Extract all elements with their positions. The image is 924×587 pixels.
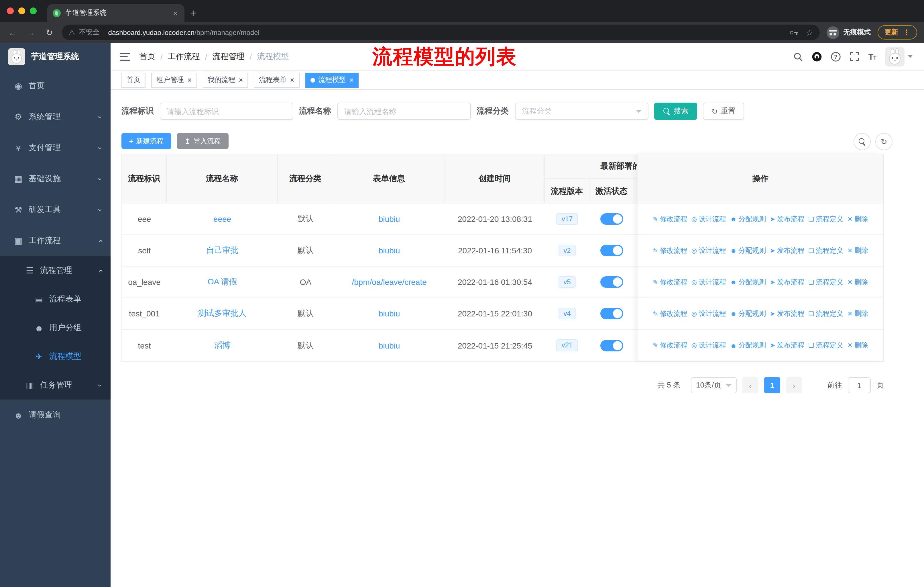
sidebar-item-leave-query[interactable]: ☻请假查询 [0, 400, 111, 430]
action-design-button[interactable]: ◎设计流程 [691, 277, 726, 287]
sidebar-item-system-management[interactable]: ⚙系统管理› [0, 101, 111, 132]
action-publish-button[interactable]: ➤发布流程 [770, 246, 804, 255]
action-assign-rule-button[interactable]: ☻分配规则 [730, 214, 766, 224]
action-delete-button[interactable]: ✕删除 [847, 309, 868, 318]
font-size-icon[interactable]: TT [868, 52, 876, 61]
action-modify-button[interactable]: ✎修改流程 [653, 214, 687, 224]
window-minimize-button[interactable] [18, 7, 25, 14]
password-key-icon[interactable] [790, 28, 799, 37]
forward-icon[interactable]: → [25, 28, 37, 37]
form-info-link[interactable]: biubiu [379, 309, 400, 318]
action-definition-button[interactable]: ❏流程定义 [808, 341, 843, 350]
tag-租户管理[interactable]: 租户管理× [151, 73, 197, 88]
breadcrumb-item[interactable]: 首页 [139, 51, 155, 62]
current-page-button[interactable]: 1 [764, 377, 780, 393]
action-design-button[interactable]: ◎设计流程 [691, 246, 726, 255]
update-button[interactable]: 更新 ⋮ [878, 25, 917, 40]
process-name-link[interactable]: 自己审批 [206, 245, 238, 256]
action-delete-button[interactable]: ✕删除 [847, 277, 868, 287]
form-info-link[interactable]: biubiu [379, 246, 400, 255]
bookmark-star-icon[interactable]: ☆ [806, 28, 813, 37]
tag-close-icon[interactable]: × [239, 76, 243, 84]
tag-首页[interactable]: 首页 [121, 73, 145, 88]
filter-category-select[interactable]: 流程分类 [515, 103, 648, 120]
breadcrumb-item[interactable]: 工作流程 [168, 51, 200, 62]
sidebar-item-user-group[interactable]: ☻用户分组 [0, 314, 111, 342]
sidebar-item-dev-tools[interactable]: ⚒研发工具› [0, 194, 111, 225]
action-modify-button[interactable]: ✎修改流程 [653, 309, 687, 318]
process-name-link[interactable]: 测试多审批人 [198, 308, 246, 319]
reload-icon[interactable]: ↻ [43, 27, 55, 38]
form-info-link[interactable]: biubiu [379, 214, 400, 223]
menu-kebab-icon[interactable]: ⋮ [903, 28, 910, 37]
page-size-select[interactable]: 10条/页 [691, 377, 737, 393]
breadcrumb-item[interactable]: 流程管理 [213, 51, 244, 62]
help-icon[interactable]: ? [831, 51, 841, 62]
new-tab-icon[interactable]: + [190, 7, 196, 20]
process-name-link[interactable]: eeee [213, 214, 231, 223]
refresh-table-button[interactable]: ↻ [875, 133, 893, 150]
import-process-button[interactable]: ↥ 导入流程 [177, 133, 228, 149]
action-publish-button[interactable]: ➤发布流程 [770, 341, 804, 350]
tag-流程模型[interactable]: 流程模型× [305, 73, 359, 88]
sidebar-item-task-management[interactable]: ▥任务管理› [0, 371, 111, 400]
github-icon[interactable] [812, 51, 822, 62]
next-page-button[interactable]: › [786, 377, 802, 393]
process-name-link[interactable]: 滔博 [214, 340, 230, 351]
action-definition-button[interactable]: ❏流程定义 [808, 277, 843, 287]
search-icon[interactable] [793, 51, 803, 62]
action-modify-button[interactable]: ✎修改流程 [653, 246, 687, 255]
action-modify-button[interactable]: ✎修改流程 [653, 277, 687, 287]
filter-id-input[interactable] [160, 103, 293, 120]
tag-close-icon[interactable]: × [290, 76, 294, 84]
active-toggle[interactable] [601, 245, 623, 256]
process-name-link[interactable]: OA 请假 [208, 277, 237, 287]
action-assign-rule-button[interactable]: ☻分配规则 [730, 341, 766, 350]
action-modify-button[interactable]: ✎修改流程 [653, 341, 687, 350]
filter-name-input[interactable] [337, 103, 471, 120]
tag-流程表单[interactable]: 流程表单× [254, 73, 299, 88]
toggle-search-button[interactable] [853, 133, 871, 150]
sidebar-item-workflow[interactable]: ▣工作流程› [0, 225, 111, 256]
active-toggle[interactable] [601, 308, 623, 319]
sidebar-item-home[interactable]: ◉首页 [0, 71, 111, 101]
sidebar-item-process-model[interactable]: ✈流程模型 [0, 342, 111, 371]
tab-close-icon[interactable]: × [172, 8, 179, 18]
form-info-link[interactable]: /bpm/oa/leave/create [352, 278, 427, 287]
window-zoom-button[interactable] [30, 7, 37, 14]
reset-button[interactable]: ↻ 重置 [703, 103, 744, 120]
action-definition-button[interactable]: ❏流程定义 [808, 214, 843, 224]
tag-我的流程[interactable]: 我的流程× [203, 73, 248, 88]
window-close-button[interactable] [7, 7, 14, 14]
fullscreen-icon[interactable] [850, 51, 860, 62]
browser-tab[interactable]: 芋道管理系统 × [47, 4, 185, 22]
action-publish-button[interactable]: ➤发布流程 [770, 277, 804, 287]
active-toggle[interactable] [601, 340, 623, 351]
action-assign-rule-button[interactable]: ☻分配规则 [730, 309, 766, 318]
active-toggle[interactable] [601, 276, 623, 288]
action-design-button[interactable]: ◎设计流程 [691, 214, 726, 224]
tag-close-icon[interactable]: × [350, 76, 354, 84]
action-delete-button[interactable]: ✕删除 [847, 214, 868, 224]
search-button[interactable]: 搜索 [654, 103, 697, 120]
action-definition-button[interactable]: ❏流程定义 [808, 246, 843, 255]
sidebar-item-infrastructure[interactable]: ▦基础设施› [0, 164, 111, 194]
action-publish-button[interactable]: ➤发布流程 [770, 309, 804, 318]
tag-close-icon[interactable]: × [187, 76, 191, 84]
action-design-button[interactable]: ◎设计流程 [691, 309, 726, 318]
collapse-menu-icon[interactable] [120, 53, 130, 61]
create-process-button[interactable]: + 新建流程 [121, 133, 171, 149]
action-assign-rule-button[interactable]: ☻分配规则 [730, 246, 766, 255]
goto-page-input[interactable] [848, 377, 871, 393]
incognito-badge[interactable]: 无痕模式 [827, 26, 871, 39]
action-publish-button[interactable]: ➤发布流程 [770, 214, 804, 224]
logo[interactable]: 芋道管理系统 [0, 43, 111, 71]
action-delete-button[interactable]: ✕删除 [847, 341, 868, 350]
sidebar-item-payment-management[interactable]: ¥支付管理› [0, 132, 111, 164]
action-definition-button[interactable]: ❏流程定义 [808, 309, 843, 318]
prev-page-button[interactable]: ‹ [742, 377, 759, 393]
address-bar[interactable]: ⚠ 不安全 dashboard.yudao.iocoder.cn/bpm/man… [62, 25, 820, 40]
action-delete-button[interactable]: ✕删除 [847, 246, 868, 255]
sidebar-item-process-form[interactable]: ▤流程表单 [0, 285, 111, 314]
active-toggle[interactable] [601, 213, 623, 225]
